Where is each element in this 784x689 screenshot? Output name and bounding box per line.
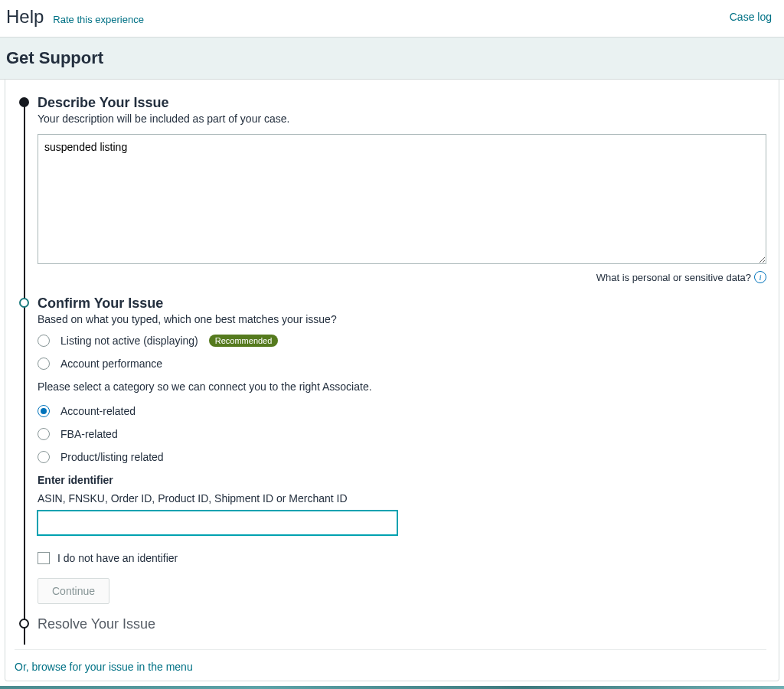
radio-label: Account performance [60, 358, 162, 370]
continue-button[interactable]: Continue [38, 578, 109, 604]
step-describe-issue: Describe Your Issue Your description wil… [19, 95, 766, 283]
radio-inner-dot [41, 408, 47, 414]
radio-label: FBA-related [60, 428, 118, 440]
step-marker-1 [19, 97, 29, 107]
header-bar: Help Rate this experience Case log [0, 0, 784, 38]
subheader: Get Support [0, 38, 784, 80]
step-resolve-issue: Resolve Your Issue [19, 616, 766, 632]
step2-subtitle: Based on what you typed, which one best … [38, 313, 766, 325]
step-marker-3 [19, 619, 29, 629]
get-support-title: Get Support [6, 48, 778, 68]
step2-title: Confirm Your Issue [38, 296, 766, 312]
identifier-sublabel: ASIN, FNSKU, Order ID, Product ID, Shipm… [38, 492, 766, 505]
category-option-product-listing-related[interactable]: Product/listing related [38, 451, 766, 463]
step1-title: Describe Your Issue [38, 95, 766, 111]
personal-data-row: What is personal or sensitive data? i [38, 271, 766, 283]
browse-issue-link[interactable]: Or, browse for your issue in the menu [15, 649, 766, 673]
category-option-account-related[interactable]: Account-related [38, 405, 766, 417]
radio-icon [38, 358, 50, 370]
issue-description-textarea[interactable] [38, 134, 766, 264]
radio-icon [38, 335, 50, 347]
step1-subtitle: Your description will be included as par… [38, 113, 766, 125]
step3-title: Resolve Your Issue [38, 616, 766, 632]
radio-icon [38, 405, 50, 417]
category-prompt: Please select a category so we can conne… [38, 380, 766, 393]
step-confirm-issue: Confirm Your Issue Based on what you typ… [19, 296, 766, 604]
radio-icon [38, 428, 50, 440]
case-log-link[interactable]: Case log [730, 11, 772, 23]
radio-label: Product/listing related [60, 451, 164, 463]
footer-decoration [0, 686, 784, 689]
issue-option-listing-not-active[interactable]: Listing not active (displaying) Recommen… [38, 335, 766, 347]
no-identifier-row[interactable]: I do not have an identifier [38, 552, 766, 564]
radio-label: Listing not active (displaying) [60, 335, 198, 347]
page-title: Help [6, 6, 44, 28]
steps-container: Describe Your Issue Your description wil… [19, 95, 766, 632]
checkbox-icon [38, 552, 50, 564]
header-left: Help Rate this experience [6, 6, 144, 28]
personal-data-link[interactable]: What is personal or sensitive data? [596, 272, 751, 283]
identifier-label: Enter identifier [38, 474, 766, 486]
main-panel: Describe Your Issue Your description wil… [5, 80, 779, 681]
radio-icon [38, 451, 50, 463]
no-identifier-label: I do not have an identifier [57, 552, 178, 564]
identifier-input[interactable] [38, 511, 397, 535]
rate-experience-link[interactable]: Rate this experience [53, 14, 144, 25]
recommended-badge: Recommended [209, 335, 279, 347]
category-option-fba-related[interactable]: FBA-related [38, 428, 766, 440]
info-icon[interactable]: i [754, 271, 766, 283]
issue-option-account-performance[interactable]: Account performance [38, 358, 766, 370]
step-marker-2 [19, 298, 29, 308]
radio-label: Account-related [60, 405, 136, 417]
